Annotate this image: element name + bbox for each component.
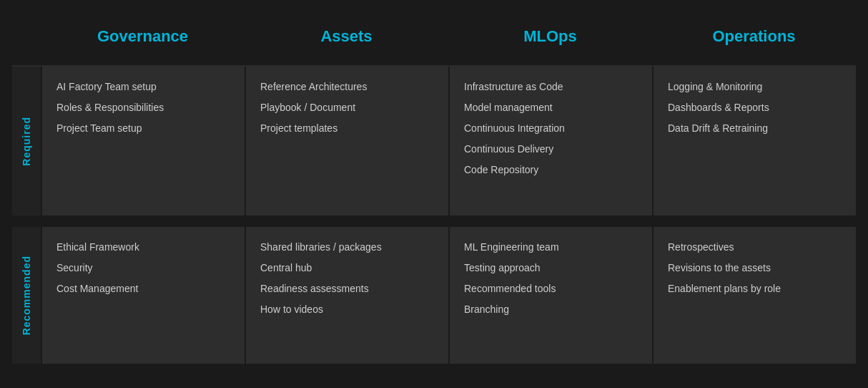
list-item: AI Factory Team setup <box>56 79 230 94</box>
list-item: Project Team setup <box>56 121 230 136</box>
list-item: Branching <box>464 302 638 317</box>
list-item: Playbook / Document <box>260 100 434 115</box>
required-operations-cell: Logging & MonitoringDashboards & Reports… <box>652 67 856 215</box>
list-item: Retrospectives <box>668 240 842 255</box>
list-item: Cost Management <box>56 281 230 296</box>
header-governance: Governance <box>41 27 245 46</box>
required-governance-cell: AI Factory Team setupRoles & Responsibil… <box>41 67 245 215</box>
header-row: Governance Assets MLOps Operations <box>12 8 856 65</box>
list-item: Continuous Delivery <box>464 142 638 157</box>
required-assets-cell: Reference ArchitecturesPlaybook / Docume… <box>245 67 448 215</box>
list-item: Model management <box>464 100 638 115</box>
list-item: Code Repository <box>464 163 638 178</box>
list-item: Recommended tools <box>464 281 638 296</box>
recommended-mlops-cell: ML Engineering teamTesting approachRecom… <box>448 227 652 364</box>
header-mlops: MLOps <box>448 27 652 46</box>
list-item: Readiness assessments <box>260 281 434 296</box>
list-item: Reference Architectures <box>260 79 434 94</box>
list-item: Infrastructure as Code <box>464 79 638 94</box>
main-table: Governance Assets MLOps Operations Requi… <box>12 8 856 380</box>
list-item: Security <box>56 261 230 276</box>
header-assets: Assets <box>245 27 448 46</box>
required-mlops-cell: Infrastructure as CodeModel managementCo… <box>448 67 652 215</box>
list-item: Data Drift & Retraining <box>668 121 842 136</box>
list-item: Project templates <box>260 121 434 136</box>
recommended-row: Recommended Ethical FrameworkSecurityCos… <box>12 224 856 364</box>
list-item: Central hub <box>260 261 434 276</box>
list-item: Enablement plans by role <box>668 281 842 296</box>
list-item: Logging & Monitoring <box>668 79 842 94</box>
recommended-label: Recommended <box>21 256 32 335</box>
list-item: Revisions to the assets <box>668 261 842 276</box>
required-label: Required <box>21 117 32 166</box>
recommended-governance-cell: Ethical FrameworkSecurityCost Management <box>41 227 245 364</box>
list-item: Dashboards & Reports <box>668 100 842 115</box>
list-item: Testing approach <box>464 261 638 276</box>
list-item: Ethical Framework <box>56 240 230 255</box>
list-item: ML Engineering team <box>464 240 638 255</box>
section-divider <box>12 215 856 224</box>
recommended-label-cell: Recommended <box>12 227 41 364</box>
list-item: How to videos <box>260 302 434 317</box>
recommended-operations-cell: RetrospectivesRevisions to the assetsEna… <box>652 227 856 364</box>
required-label-cell: Required <box>12 67 41 215</box>
header-operations: Operations <box>652 27 856 46</box>
list-item: Shared libraries / packages <box>260 240 434 255</box>
required-row: Required AI Factory Team setupRoles & Re… <box>12 65 856 215</box>
list-item: Continuous Integration <box>464 121 638 136</box>
list-item: Roles & Responsibilities <box>56 100 230 115</box>
recommended-assets-cell: Shared libraries / packagesCentral hubRe… <box>245 227 448 364</box>
